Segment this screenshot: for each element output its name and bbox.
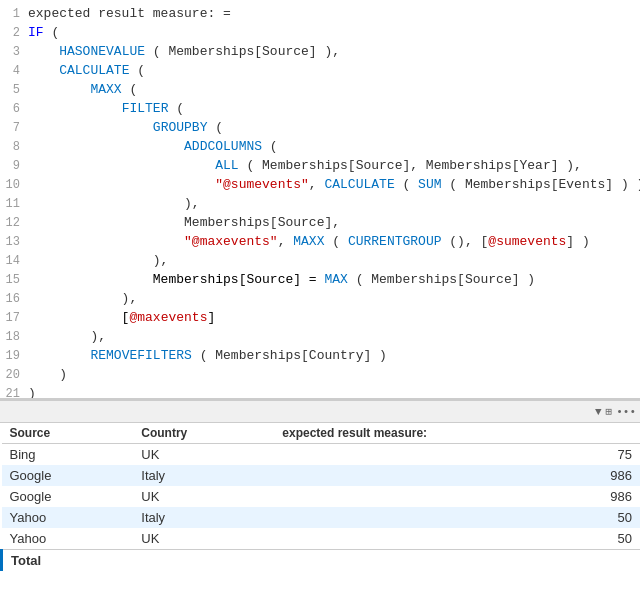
total-label: Total — [2, 550, 134, 572]
table-row: Bing UK 75 — [2, 444, 641, 466]
cell-value: 50 — [274, 507, 640, 528]
cell-source: Yahoo — [2, 528, 134, 550]
code-line: 21 ) — [0, 384, 640, 398]
table-total-row: Total — [2, 550, 641, 572]
cell-source: Google — [2, 486, 134, 507]
code-line: 16 ), — [0, 289, 640, 308]
table-row: Google UK 986 — [2, 486, 641, 507]
cell-country: UK — [133, 528, 274, 550]
code-line: 13 "@maxevents", MAXX ( CURRENTGROUP (),… — [0, 232, 640, 251]
code-line: 14 ), — [0, 251, 640, 270]
code-line: 19 REMOVEFILTERS ( Memberships[Country] … — [0, 346, 640, 365]
filter-icon[interactable]: ▼ — [595, 406, 602, 418]
code-line: 1 expected result measure: = — [0, 4, 640, 23]
code-line: 2 IF ( — [0, 23, 640, 42]
col-measure: expected result measure: — [274, 423, 640, 444]
more-icon[interactable]: ••• — [616, 406, 636, 418]
cell-country: Italy — [133, 507, 274, 528]
code-line: 18 ), — [0, 327, 640, 346]
cell-value: 986 — [274, 486, 640, 507]
cell-country: Italy — [133, 465, 274, 486]
cell-value: 50 — [274, 528, 640, 550]
code-editor: 1 expected result measure: = 2 IF ( 3 HA… — [0, 0, 640, 400]
code-line: 17 [@maxevents] — [0, 308, 640, 327]
code-line: 8 ADDCOLUMNS ( — [0, 137, 640, 156]
code-line: 4 CALCULATE ( — [0, 61, 640, 80]
col-source: Source — [2, 423, 134, 444]
cell-value: 986 — [274, 465, 640, 486]
code-line: 20 ) — [0, 365, 640, 384]
code-line: 7 GROUPBY ( — [0, 118, 640, 137]
cell-country: UK — [133, 486, 274, 507]
code-line: 5 MAXX ( — [0, 80, 640, 99]
code-line: 9 ALL ( Memberships[Source], Memberships… — [0, 156, 640, 175]
cell-value: 75 — [274, 444, 640, 466]
results-toolbar: ▼ ⊞ ••• — [0, 401, 640, 423]
results-table-container: Source Country expected result measure: … — [0, 423, 640, 594]
table-row: Yahoo Italy 50 — [2, 507, 641, 528]
table-row: Google Italy 986 — [2, 465, 641, 486]
code-line: 11 ), — [0, 194, 640, 213]
col-country: Country — [133, 423, 274, 444]
results-area: ▼ ⊞ ••• Source Country expected result m… — [0, 400, 640, 594]
total-value — [274, 550, 640, 572]
table-row: Yahoo UK 50 — [2, 528, 641, 550]
total-country — [133, 550, 274, 572]
code-line: 15 Memberships[Source] = MAX ( Membershi… — [0, 270, 640, 289]
code-line: 10 "@sumevents", CALCULATE ( SUM ( Membe… — [0, 175, 640, 194]
code-line: 12 Memberships[Source], — [0, 213, 640, 232]
code-line: 3 HASONEVALUE ( Memberships[Source] ), — [0, 42, 640, 61]
code-line: 6 FILTER ( — [0, 99, 640, 118]
table-header-row: Source Country expected result measure: — [2, 423, 641, 444]
grid-icon[interactable]: ⊞ — [606, 405, 613, 418]
cell-source: Bing — [2, 444, 134, 466]
code-lines: 1 expected result measure: = 2 IF ( 3 HA… — [0, 0, 640, 398]
results-table: Source Country expected result measure: … — [0, 423, 640, 571]
cell-source: Yahoo — [2, 507, 134, 528]
cell-source: Google — [2, 465, 134, 486]
cell-country: UK — [133, 444, 274, 466]
